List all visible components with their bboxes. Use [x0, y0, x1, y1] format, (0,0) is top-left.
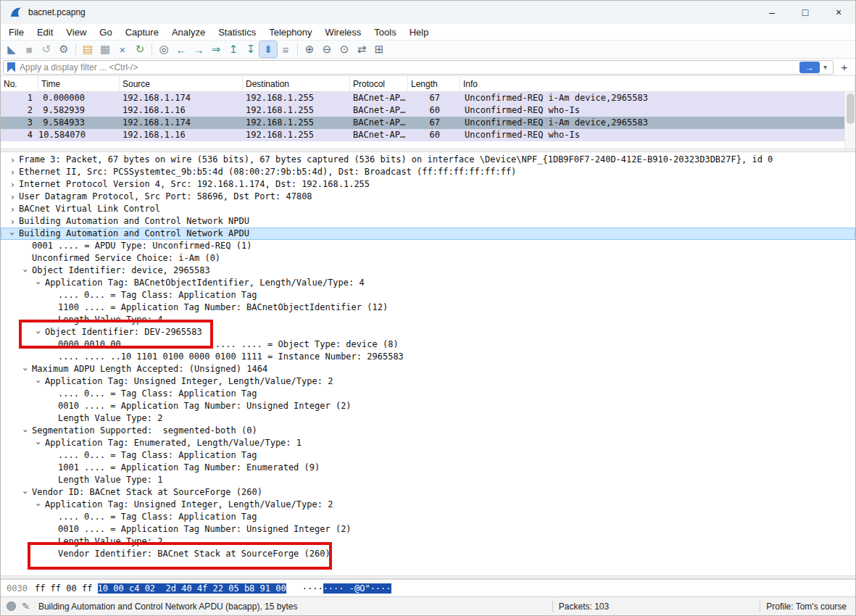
column-header-info[interactable]: Info	[460, 76, 855, 91]
detail-line[interactable]: .... .... ..10 1101 0100 0000 0100 1111 …	[1, 351, 855, 363]
menu-file[interactable]: File	[2, 25, 30, 39]
menu-edit[interactable]: Edit	[30, 25, 59, 39]
detail-line[interactable]: Application Tag: Enumerated, Length/Valu…	[1, 437, 855, 449]
status-profile[interactable]: Profile: Tom's course	[766, 602, 847, 612]
go-back-icon[interactable]: ←	[173, 41, 190, 57]
packet-row[interactable]: 39.584933192.168.1.174192.168.1.255BACne…	[1, 117, 855, 129]
expander-expanded-icon[interactable]	[20, 486, 32, 499]
go-first-packet-icon[interactable]: ↥	[225, 41, 242, 57]
detail-line[interactable]: 0010 .... = Application Tag Number: Unsi…	[1, 400, 855, 412]
reset-layout-icon[interactable]: ⊞	[370, 41, 388, 57]
restart-capture-icon[interactable]: ↺	[38, 41, 55, 57]
detail-line[interactable]: Ethernet II, Src: PCSSystemtec_9b:b5:4d …	[1, 166, 855, 178]
detail-line[interactable]: Frame 3: Packet, 67 bytes on wire (536 b…	[1, 154, 855, 166]
detail-line[interactable]: Length Value Type: 4	[1, 314, 855, 326]
expander-collapsed-icon[interactable]	[7, 154, 19, 166]
capture-options-icon[interactable]: ⚙	[55, 41, 72, 57]
expert-info-icon[interactable]	[7, 602, 16, 611]
detail-line[interactable]: 0000 0010 00.. .... .... .... .... .... …	[1, 338, 855, 351]
detail-line[interactable]: Unconfirmed Service Choice: i-Am (0)	[1, 252, 855, 265]
display-filter-field[interactable]: → ▾	[3, 60, 834, 75]
menu-view[interactable]: View	[59, 25, 93, 39]
menu-statistics[interactable]: Statistics	[212, 25, 262, 39]
detail-line[interactable]: Application Tag: BACnetObjectIdentifier,…	[1, 277, 855, 289]
maximize-button[interactable]: □	[789, 1, 822, 24]
minimize-button[interactable]: –	[755, 1, 789, 24]
resize-columns-icon[interactable]: ⇄	[353, 41, 370, 57]
detail-line[interactable]: Building Automation and Control Network …	[1, 215, 855, 228]
menu-wireless[interactable]: Wireless	[318, 25, 367, 39]
detail-line[interactable]: Object Identifier: DEV-2965583	[1, 326, 855, 338]
capture-comment-icon[interactable]: ✎	[22, 601, 30, 612]
menu-tools[interactable]: Tools	[367, 25, 402, 39]
zoom-out-icon[interactable]: ⊖	[318, 41, 336, 57]
expander-expanded-icon[interactable]	[33, 375, 45, 388]
detail-line[interactable]: Vendor Identifier: BACnet Stack at Sourc…	[1, 548, 855, 560]
hex-bytes-selected[interactable]: 10 00 c4 02 2d 40 4f 22 05 b8 91 00	[98, 583, 286, 594]
detail-line[interactable]: .... 0... = Tag Class: Application Tag	[1, 289, 855, 301]
expander-collapsed-icon[interactable]	[7, 215, 19, 228]
menu-go[interactable]: Go	[93, 25, 118, 39]
expander-expanded-icon[interactable]	[20, 265, 32, 277]
colorize-packets-icon[interactable]: ≡	[277, 41, 294, 57]
detail-line[interactable]: BACnet Virtual Link Control	[1, 203, 855, 215]
detail-line[interactable]: .... 0... = Tag Class: Application Tag	[1, 388, 855, 400]
close-file-icon[interactable]: ×	[114, 41, 131, 57]
column-header-source[interactable]: Source	[120, 76, 243, 91]
packet-list-scrollbar[interactable]	[844, 92, 855, 149]
expander-collapsed-icon[interactable]	[7, 203, 19, 215]
packet-row[interactable]: 29.582939192.168.1.16192.168.1.255BACnet…	[1, 104, 855, 117]
detail-line[interactable]: Length Value Type: 1	[1, 474, 855, 486]
detail-line[interactable]: .... 0... = Tag Class: Application Tag	[1, 511, 855, 523]
column-header-destination[interactable]: Destination	[243, 76, 350, 91]
expander-collapsed-icon[interactable]	[7, 191, 19, 203]
hex-ascii[interactable]: ········ -@O"····	[302, 583, 391, 594]
packet-row[interactable]: 410.584070192.168.1.16192.168.1.255BACne…	[1, 129, 855, 141]
expander-expanded-icon[interactable]	[20, 363, 32, 375]
packet-row[interactable]: 10.000000192.168.1.174192.168.1.255BACne…	[1, 92, 855, 104]
detail-line[interactable]: .... 0... = Tag Class: Application Tag	[1, 449, 855, 462]
hex-ascii-selected[interactable]: ···· -@O"····	[323, 583, 391, 594]
zoom-original-icon[interactable]: ⊙	[336, 41, 353, 57]
open-file-icon[interactable]: ▤	[79, 41, 96, 57]
filter-apply-icon[interactable]: →	[799, 62, 820, 73]
hex-bytes[interactable]: ff ff 00 ff 10 00 c4 02 2d 40 4f 22 05 b…	[35, 583, 286, 594]
go-last-packet-icon[interactable]: ↧	[242, 41, 259, 57]
scrollbar-thumb[interactable]	[847, 93, 855, 124]
detail-line[interactable]: Maximum ADPU Length Accepted: (Unsigned)…	[1, 363, 855, 375]
filter-bookmark-icon[interactable]	[7, 62, 15, 72]
menu-capture[interactable]: Capture	[119, 25, 165, 39]
expander-expanded-icon[interactable]	[33, 326, 45, 338]
filter-add-button[interactable]: +	[836, 60, 853, 75]
detail-line[interactable]: Segmentation Supported: segmented-both (…	[1, 425, 855, 437]
detail-line[interactable]: Building Automation and Control Network …	[1, 228, 855, 240]
detail-line[interactable]: Application Tag: Unsigned Integer, Lengt…	[1, 499, 855, 511]
expander-collapsed-icon[interactable]	[7, 178, 19, 191]
display-filter-input[interactable]	[20, 62, 799, 72]
detail-line[interactable]: Application Tag: Unsigned Integer, Lengt…	[1, 375, 855, 388]
menu-telephony[interactable]: Telephony	[262, 25, 318, 39]
expander-collapsed-icon[interactable]	[7, 166, 19, 178]
stop-capture-icon[interactable]: ■	[20, 41, 38, 57]
find-packet-icon[interactable]: ◎	[155, 41, 173, 57]
expander-expanded-icon[interactable]	[20, 425, 32, 437]
expander-expanded-icon[interactable]	[7, 228, 19, 240]
detail-line[interactable]: Vendor ID: BACnet Stack at SourceForge (…	[1, 486, 855, 499]
detail-line[interactable]: 0010 .... = Application Tag Number: Unsi…	[1, 523, 855, 536]
reload-file-icon[interactable]: ↻	[131, 41, 149, 57]
detail-line[interactable]: User Datagram Protocol, Src Port: 58696,…	[1, 191, 855, 203]
column-header-time[interactable]: Time	[38, 76, 120, 91]
detail-line[interactable]: 1001 .... = Application Tag Number: Enum…	[1, 462, 855, 474]
zoom-in-icon[interactable]: ⊕	[301, 41, 318, 57]
hex-ascii-plain[interactable]: ····	[302, 583, 323, 594]
auto-scroll-icon[interactable]: ⇟	[259, 41, 277, 57]
menu-analyze[interactable]: Analyze	[165, 25, 212, 39]
detail-line[interactable]: Object Identifier: device, 2965583	[1, 265, 855, 277]
detail-line[interactable]: Length Value Type: 2	[1, 412, 855, 425]
column-header-protocol[interactable]: Protocol	[350, 76, 408, 91]
start-capture-icon[interactable]: ◣	[3, 41, 20, 57]
menu-help[interactable]: Help	[403, 25, 436, 39]
detail-line[interactable]: 0001 .... = APDU Type: Unconfirmed-REQ (…	[1, 240, 855, 252]
column-header-no[interactable]: No.	[1, 76, 38, 91]
close-button[interactable]: ×	[822, 1, 855, 24]
